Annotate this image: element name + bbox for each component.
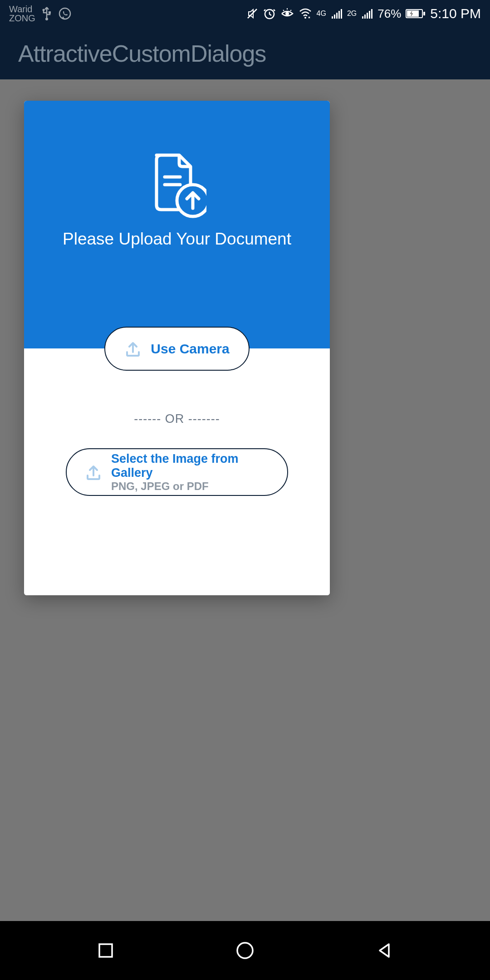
- svg-point-6: [285, 12, 289, 15]
- select-gallery-button[interactable]: Select the Image from Gallery PNG, JPEG …: [66, 448, 288, 496]
- svg-rect-24: [99, 944, 112, 957]
- svg-rect-8: [332, 16, 333, 19]
- recents-button[interactable]: [93, 938, 118, 963]
- svg-rect-14: [364, 15, 366, 19]
- wifi-icon: [299, 8, 312, 20]
- gallery-button-sublabel: PNG, JPEG or PDF: [111, 480, 269, 493]
- status-left: Warid ZONG: [9, 5, 72, 23]
- mute-icon: [246, 7, 259, 20]
- carrier-line2: ZONG: [9, 14, 35, 23]
- time-label: 5:10 PM: [430, 6, 481, 21]
- back-button[interactable]: [372, 938, 397, 963]
- whatsapp-icon: [58, 7, 72, 20]
- navigation-bar: [0, 921, 490, 980]
- status-right: 4G 2G 76%: [246, 6, 481, 21]
- dialog-title: Please Upload Your Document: [63, 228, 291, 250]
- status-bar: Warid ZONG: [0, 0, 490, 27]
- svg-point-25: [237, 943, 253, 958]
- svg-rect-17: [371, 9, 372, 19]
- upload-icon: [124, 340, 142, 358]
- svg-rect-15: [367, 13, 368, 19]
- app-bar: AttractiveCustomDialogs: [0, 27, 490, 79]
- home-button[interactable]: [233, 938, 257, 963]
- gallery-button-label: Select the Image from Gallery: [111, 452, 269, 480]
- svg-rect-13: [362, 16, 363, 19]
- svg-point-3: [59, 8, 70, 19]
- svg-rect-9: [334, 15, 335, 19]
- gallery-text-group: Select the Image from Gallery PNG, JPEG …: [111, 452, 269, 493]
- battery-percent: 76%: [377, 7, 401, 21]
- svg-rect-2: [49, 11, 51, 14]
- svg-point-1: [42, 9, 44, 11]
- use-camera-button[interactable]: Use Camera: [104, 327, 250, 371]
- svg-point-7: [304, 17, 306, 19]
- network-4g-label: 4G: [317, 10, 326, 18]
- battery-icon: [406, 9, 426, 19]
- svg-rect-16: [369, 11, 370, 19]
- dialog-header: Please Upload Your Document: [24, 101, 330, 348]
- carrier-line1: Warid: [9, 5, 35, 14]
- document-upload-icon: [147, 151, 206, 214]
- camera-button-label: Use Camera: [151, 341, 229, 357]
- svg-rect-10: [336, 13, 338, 19]
- svg-rect-11: [338, 11, 340, 19]
- upload-document-dialog: Please Upload Your Document Use Camera -…: [24, 101, 330, 595]
- svg-rect-12: [341, 9, 342, 19]
- signal-icon-1: [331, 8, 343, 19]
- dialog-body: Use Camera ------ OR ------- Select the …: [24, 348, 330, 595]
- alarm-icon: [263, 7, 276, 20]
- app-title: AttractiveCustomDialogs: [18, 40, 266, 67]
- svg-point-0: [45, 18, 48, 20]
- eye-icon: [280, 7, 294, 20]
- upload-icon: [85, 464, 102, 481]
- or-divider: ------ OR -------: [24, 412, 330, 426]
- svg-rect-19: [407, 10, 419, 17]
- network-2g-label: 2G: [347, 10, 357, 18]
- carrier-label: Warid ZONG: [9, 5, 35, 23]
- signal-icon-2: [361, 8, 373, 19]
- svg-rect-20: [423, 12, 425, 15]
- usb-icon: [41, 6, 53, 21]
